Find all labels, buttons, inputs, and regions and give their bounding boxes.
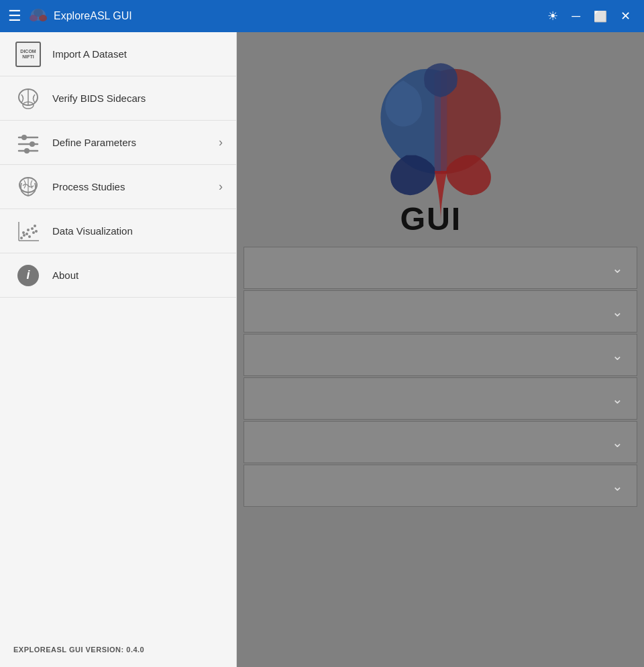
svg-point-10 [30, 141, 35, 147]
svg-point-23 [34, 225, 36, 227]
window-controls: ☀ ─ ⬜ ✕ [542, 6, 636, 26]
svg-point-22 [32, 231, 35, 234]
sidebar: DICOM NIFTI Import A Dataset Verify BIDS… [0, 32, 237, 667]
chevron-down-icon: ⌄ [612, 434, 623, 450]
svg-point-16 [23, 234, 25, 237]
menu-icon[interactable]: ☰ [8, 7, 21, 25]
sidebar-item-define-parameters[interactable]: Define Parameters › [0, 121, 236, 165]
accordion-panel-5[interactable]: ⌄ [244, 421, 637, 463]
bids-icon [13, 84, 43, 113]
sidebar-item-verify-bids[interactable]: Verify BIDS Sidecars [0, 76, 236, 121]
sidebar-item-about[interactable]: i About [0, 253, 236, 298]
minimize-button[interactable]: ─ [566, 7, 586, 26]
accordion-panel-6[interactable]: ⌄ [244, 465, 637, 507]
sidebar-item-label: Import A Dataset [52, 48, 223, 60]
sidebar-item-label: Define Parameters [52, 137, 219, 148]
accordion-panel-2[interactable]: ⌄ [244, 290, 637, 332]
svg-point-24 [35, 230, 38, 233]
panels-area: ⌄ ⌄ ⌄ ⌄ ⌄ ⌄ [237, 247, 644, 508]
svg-point-21 [31, 227, 34, 230]
sidebar-item-label: Verify BIDS Sidecars [52, 93, 223, 104]
app-title: ExploreASL GUI [54, 10, 542, 22]
sidebar-item-label: About [52, 269, 223, 281]
info-icon: i [13, 261, 43, 290]
dataviz-icon [13, 217, 43, 246]
chevron-down-icon: › [219, 180, 223, 194]
logo-area: GUI [237, 32, 644, 247]
content-area: GUI ⌄ ⌄ ⌄ ⌄ ⌄ ⌄ [237, 32, 644, 667]
sidebar-item-process-studies[interactable]: Process Studies › [0, 165, 236, 209]
close-button[interactable]: ✕ [615, 6, 636, 26]
restore-button[interactable]: ⬜ [588, 7, 612, 25]
titlebar: ☰ ExploreASL GUI ☀ ─ ⬜ ✕ [0, 0, 644, 32]
chevron-down-icon: ⌄ [612, 304, 623, 320]
brain-icon [13, 172, 43, 202]
sidebar-item-label: Process Studies [52, 181, 219, 192]
dicom-icon: DICOM NIFTI [13, 40, 43, 69]
chevron-down-icon: ⌄ [612, 391, 623, 407]
app-logo [28, 6, 48, 26]
chevron-down-icon: › [219, 135, 223, 149]
svg-point-12 [24, 148, 30, 154]
svg-point-8 [21, 135, 27, 140]
sidebar-item-data-visualization[interactable]: Data Visualization [0, 209, 236, 253]
sidebar-item-label: Data Visualization [52, 225, 223, 237]
svg-point-17 [22, 231, 25, 234]
svg-point-18 [25, 233, 28, 235]
accordion-panel-1[interactable]: ⌄ [244, 247, 637, 289]
app-brain-logo: GUI [364, 52, 518, 233]
svg-point-20 [28, 235, 31, 238]
svg-point-3 [34, 9, 43, 17]
svg-point-19 [27, 229, 30, 231]
svg-text:GUI: GUI [400, 200, 462, 233]
accordion-panel-4[interactable]: ⌄ [244, 377, 637, 420]
chevron-down-icon: ⌄ [612, 478, 623, 494]
sidebar-item-import-dataset[interactable]: DICOM NIFTI Import A Dataset [0, 32, 236, 76]
accordion-panel-3[interactable]: ⌄ [244, 334, 637, 376]
main-layout: DICOM NIFTI Import A Dataset Verify BIDS… [0, 32, 644, 667]
brightness-button[interactable]: ☀ [542, 6, 564, 26]
svg-point-15 [20, 237, 23, 239]
chevron-down-icon: ⌄ [612, 260, 623, 276]
version-text: EXPLOREASL GUI VERSION: 0.4.0 [13, 646, 144, 654]
chevron-down-icon: ⌄ [612, 347, 623, 363]
sliders-icon [13, 128, 43, 158]
